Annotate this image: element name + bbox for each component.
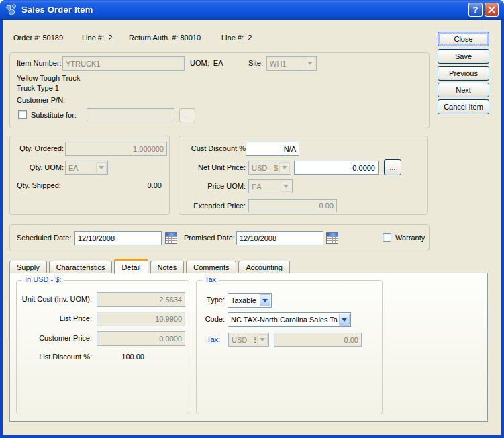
list-price-label: List Price: (18, 314, 92, 322)
uom-label: UOM: EA (190, 59, 223, 67)
chevron-down-icon (279, 162, 290, 173)
save-button[interactable]: Save (438, 49, 489, 64)
price-uom-select[interactable]: EA (248, 179, 293, 193)
price-uom-label: Price UOM: (183, 182, 246, 190)
order-number: Order #: 50189 (13, 34, 63, 42)
close-icon (488, 6, 495, 13)
chevron-down-icon (257, 334, 268, 345)
next-button[interactable]: Next (438, 83, 489, 97)
help-icon: ? (473, 5, 478, 15)
qty-shipped-value: 0.00 (65, 181, 162, 189)
tab-accounting[interactable]: Accounting (238, 261, 289, 273)
help-button[interactable]: ? (468, 3, 483, 17)
customer-pn-label: Customer P/N: (17, 96, 65, 104)
tax-link[interactable]: Tax: (207, 335, 220, 343)
detail-tab-panel: In USD - $: Unit Cost (Inv. UOM): 2.5634… (9, 273, 488, 422)
net-unit-price-currency-select[interactable]: USD - $ (248, 161, 291, 175)
chevron-down-icon (339, 314, 350, 326)
sales-order-item-window: Sales Order Item ? Order #: 50189 Line #… (0, 0, 504, 438)
cust-discount-label: Cust Discount % (183, 144, 246, 152)
unit-cost-label: Unit Cost (Inv. UOM): (18, 295, 92, 303)
site-select[interactable]: WH1 (266, 56, 317, 71)
tax-type-label: Type: (199, 296, 225, 304)
warranty-label: Warranty (395, 234, 425, 242)
uom-value: EA (213, 59, 223, 67)
tax-code-select[interactable]: NC TAX-North Carolina Sales Tax (228, 312, 351, 327)
chevron-down-icon (260, 294, 270, 306)
qty-ordered-label: Qty. Ordered: (17, 144, 64, 152)
tab-detail[interactable]: Detail (114, 259, 148, 274)
list-discount-label: List Discount %: (18, 353, 92, 361)
site-label: Site: (248, 59, 263, 67)
net-unit-price-field[interactable]: 0.0000 (294, 161, 379, 175)
chevron-down-icon (305, 58, 315, 69)
quantity-group: Qty. Ordered: 1.000000 Qty. UOM: EA Qty.… (9, 136, 170, 215)
extended-price-field[interactable]: 0.00 (248, 199, 337, 212)
previous-button[interactable]: Previous (438, 66, 489, 81)
item-number-label: Item Number: (17, 59, 62, 67)
line-number-2: Line #: 2 (221, 34, 252, 42)
usd-group-title: In USD - $: (22, 275, 64, 283)
qty-uom-label: Qty. UOM: (17, 163, 64, 171)
tax-group: Tax Type: Taxable Code: NC TAX-North Car… (196, 280, 383, 414)
tax-amount-field[interactable]: 0.00 (274, 333, 362, 347)
scheduled-date-field[interactable]: 12/10/2008 (74, 231, 162, 245)
pricing-group: Cust Discount % N/A Net Unit Price: USD … (179, 136, 428, 215)
close-button[interactable]: Close (438, 32, 489, 46)
substitute-field[interactable] (87, 108, 174, 122)
window-close-button[interactable] (485, 3, 499, 17)
substitute-label: Substitute for: (31, 111, 77, 119)
usd-group: In USD - $: Unit Cost (Inv. UOM): 2.5634… (16, 280, 189, 414)
scheduled-date-label: Scheduled Date: (17, 234, 71, 242)
scheduled-calendar-icon[interactable] (165, 232, 177, 244)
promised-calendar-icon[interactable] (326, 232, 338, 244)
cancel-item-button[interactable]: Cancel Item (438, 99, 489, 114)
titlebar[interactable]: Sales Order Item ? (0, 0, 504, 20)
promised-date-label: Promised Date: (184, 234, 235, 242)
tax-type-select[interactable]: Taxable (228, 293, 272, 308)
chevron-down-icon (281, 181, 291, 192)
app-icon (5, 3, 19, 17)
net-unit-price-label: Net Unit Price: (183, 163, 246, 171)
tax-currency-select[interactable]: USD - $ (228, 333, 269, 347)
tab-comments[interactable]: Comments (186, 261, 236, 273)
list-discount-value: 100.00 (97, 353, 144, 361)
line-number-1: Line #: 2 (82, 34, 112, 42)
tab-characteristics[interactable]: Characteristics (49, 261, 113, 273)
tab-notes[interactable]: Notes (150, 261, 185, 273)
substitute-checkbox[interactable] (18, 110, 27, 119)
tax-code-label: Code: (199, 315, 225, 323)
item-description-line2: Truck Type 1 (17, 84, 59, 92)
tax-group-title: Tax (202, 275, 219, 283)
order-info-row: Order #: 50189 Line #: 2 Return Auth. #:… (0, 34, 436, 43)
return-auth-number: Return Auth. #: 80010 (129, 34, 201, 42)
promised-date-field[interactable]: 12/10/2008 (236, 231, 323, 245)
unit-cost-field[interactable]: 2.5634 (97, 292, 185, 307)
chevron-down-icon (96, 162, 107, 173)
item-description-line1: Yellow Tough Truck (17, 74, 80, 82)
customer-price-field[interactable]: 0.0000 (97, 331, 185, 346)
substitute-browse-button[interactable]: ... (179, 108, 195, 122)
cust-discount-field[interactable]: N/A (246, 142, 299, 156)
extended-price-label: Extended Price: (183, 202, 246, 210)
item-group: Item Number: YTRUCK1 UOM: EA Site: WH1 Y… (9, 52, 430, 128)
tab-supply[interactable]: Supply (9, 261, 47, 273)
qty-ordered-field[interactable]: 1.000000 (65, 142, 167, 156)
dates-group: Scheduled Date: 12/10/2008 Promised Date… (9, 224, 430, 251)
item-number-field[interactable]: YTRUCK1 (62, 56, 185, 71)
net-unit-price-browse-button[interactable]: ... (384, 159, 401, 175)
tab-strip: Supply Characteristics Detail Notes Comm… (9, 258, 290, 273)
list-price-field[interactable]: 10.9900 (97, 312, 185, 326)
customer-price-label: Customer Price: (18, 334, 92, 342)
qty-uom-select[interactable]: EA (65, 161, 108, 175)
window-title: Sales Order Item (21, 5, 93, 15)
warranty-checkbox[interactable] (383, 233, 391, 242)
qty-shipped-label: Qty. Shipped: (17, 181, 61, 189)
